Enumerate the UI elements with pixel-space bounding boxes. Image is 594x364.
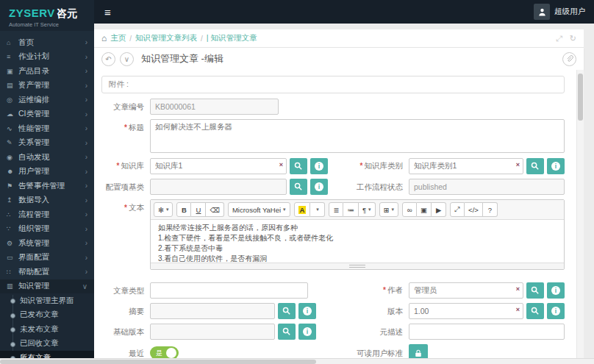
link-button[interactable]: ∞ — [402, 202, 417, 217]
page-header: ↶ ∨ 知识管理文章 -编辑 — [94, 48, 584, 70]
back-button[interactable]: ↶ — [101, 52, 115, 66]
ci-base-label: 配置项基类 — [101, 179, 150, 195]
kb-search-button[interactable] — [290, 158, 307, 174]
submenu-item-label: 未发布文章 — [20, 324, 59, 335]
font-family-dropdown[interactable]: Microsoft YaHei▾ — [228, 202, 290, 217]
search-icon — [282, 327, 291, 336]
unordered-list-button[interactable]: ≣ — [329, 202, 343, 217]
sidebar-item-help-config[interactable]: ∷帮助配置› — [0, 265, 94, 279]
sidebar-item-job-plan[interactable]: ≡作业计划› — [0, 50, 94, 65]
fullscreen-icon[interactable]: ⤢ — [556, 34, 562, 43]
meta-desc-input[interactable] — [409, 324, 565, 340]
clear-format-button[interactable]: ⌫ — [206, 202, 223, 217]
breadcrumb-home[interactable]: 主页 — [110, 33, 126, 43]
editor-resize-bar[interactable] — [151, 263, 564, 269]
clear-icon[interactable]: × — [516, 307, 520, 313]
sidebar-item-relation-mgmt[interactable]: ✎关系管理› — [0, 136, 94, 151]
ci-base-input[interactable] — [150, 179, 287, 195]
required-mark: * — [124, 124, 127, 132]
bold-button[interactable]: B — [176, 202, 191, 217]
title-row: *标题 如何解决连不上服务器 — [101, 119, 565, 153]
vertical-scrollbar-thumb[interactable] — [578, 74, 583, 121]
author-search-button[interactable] — [526, 282, 544, 299]
workflow-status-input — [409, 179, 565, 195]
kb-category-input[interactable] — [409, 158, 523, 174]
base-version-label: 基础版本 — [101, 324, 150, 340]
fullscreen-button[interactable]: ⤢ — [450, 202, 465, 217]
sidebar-item-ci-class-mgmt[interactable]: ☁CI类管理› — [0, 107, 94, 122]
kb-category-search-button[interactable] — [526, 158, 544, 174]
author-input[interactable] — [409, 282, 523, 299]
horizontal-scrollbar-thumb[interactable] — [0, 360, 316, 364]
required-mark: * — [124, 204, 127, 212]
submenu-item-recycled-articles[interactable]: 已回收文章 — [0, 337, 94, 351]
sidebar-item-alarm-event-mgmt[interactable]: ⚑告警事件管理› — [0, 179, 94, 193]
submenu-item-knowledge-main[interactable]: 知识管理主界面 — [0, 293, 94, 308]
ci-base-search-button[interactable] — [290, 179, 307, 195]
sidebar-item-process-mgmt[interactable]: ∴流程管理› — [0, 207, 94, 222]
clear-icon[interactable]: × — [279, 162, 283, 168]
submenu-item-published-articles[interactable]: 已发布文章 — [0, 308, 94, 323]
brand-logo[interactable]: ZYSERV咨元 Automate IT Service — [0, 0, 94, 31]
sidebar-item-auto-discovery[interactable]: ◉自动发现› — [0, 150, 94, 165]
help-button[interactable]: ? — [483, 202, 498, 217]
picture-button[interactable]: ▣ — [417, 202, 432, 217]
submenu-item-unpublished-articles[interactable]: 未发布文章 — [0, 322, 94, 337]
code-view-button[interactable]: </> — [465, 202, 483, 217]
clear-icon[interactable]: × — [516, 286, 520, 293]
sidebar-item-knowledge-mgmt[interactable]: ▥知识管理∨ — [0, 279, 94, 294]
base-version-search-button[interactable] — [278, 324, 296, 340]
underline-button[interactable]: U — [191, 202, 206, 217]
paragraph-dropdown[interactable]: ¶▾ — [359, 202, 376, 217]
attachment-button[interactable] — [562, 52, 576, 66]
ordered-list-button[interactable]: ≔ — [343, 202, 359, 217]
kb-category-info-button[interactable]: i — [547, 158, 565, 174]
table-dropdown[interactable]: ⊞▾ — [379, 202, 398, 217]
breadcrumb-article-list[interactable]: 知识管理文章列表 — [135, 33, 197, 43]
version-input[interactable] — [409, 303, 523, 319]
ci-base-info-button[interactable]: i — [310, 179, 328, 195]
sidebar: ZYSERV咨元 Automate IT Service ⌂首页› ≡作业计划›… — [0, 0, 94, 364]
search-icon — [294, 182, 303, 191]
collapse-button[interactable]: ∨ — [120, 52, 134, 66]
font-color-icon: A — [298, 206, 307, 214]
sidebar-item-org-mgmt[interactable]: ∵组织管理› — [0, 222, 94, 237]
editor-toolbar: ✻▾ B U ⌫ Microsoft YaHei▾ A ▾ ≣ — [151, 200, 564, 220]
sidebar-item-asset-mgmt[interactable]: ▤资产管理› — [0, 79, 94, 93]
sidebar-item-ui-config[interactable]: ▭界面配置› — [0, 251, 94, 265]
kb-info-button[interactable]: i — [310, 158, 328, 174]
sidebar-item-ops-orchestration[interactable]: ◎运维编排› — [0, 93, 94, 107]
font-color-button[interactable]: A — [294, 202, 311, 217]
title-textarea[interactable]: 如何解决连不上服务器 — [150, 119, 565, 153]
author-info-button[interactable]: i — [547, 282, 565, 299]
summary-search-button[interactable] — [278, 303, 296, 319]
sidebar-item-performance-mgmt[interactable]: ∿性能管理› — [0, 121, 94, 136]
user-menu[interactable]: 超级用户 — [534, 4, 585, 20]
sidebar-item-label: 系统管理 — [18, 238, 85, 249]
home-icon[interactable]: ⌂ — [101, 33, 107, 43]
sidebar-item-system-mgmt[interactable]: ⚙系统管理› — [0, 236, 94, 251]
chevron-right-icon: › — [85, 124, 87, 132]
summary-info-button[interactable]: i — [298, 303, 316, 319]
chevron-right-icon: › — [85, 53, 87, 61]
editor-content[interactable]: 如果经常连接不上服务器的话，原因有多种 1.检查下硬件，看看是不是线接触不良，或… — [151, 220, 564, 263]
clear-icon[interactable]: × — [516, 162, 520, 168]
video-button[interactable]: ▶ — [432, 202, 446, 217]
version-info-button[interactable]: i — [547, 303, 565, 319]
font-color-dropdown[interactable]: ▾ — [310, 202, 325, 217]
kb-input[interactable] — [150, 158, 287, 174]
sidebar-item-product-catalog[interactable]: ▣产品目录› — [0, 64, 94, 79]
sidebar-item-user-mgmt[interactable]: ☻用户管理› — [0, 165, 94, 179]
base-version-info-button[interactable]: i — [298, 324, 316, 340]
version-search-button[interactable] — [526, 303, 544, 319]
base-version-input[interactable] — [150, 324, 275, 340]
chevron-right-icon: › — [85, 239, 87, 247]
sidebar-item-home[interactable]: ⌂首页› — [0, 35, 94, 50]
article-type-input[interactable] — [150, 282, 308, 299]
breadcrumb-current[interactable]: | 知识管理文章 — [207, 33, 257, 43]
summary-input[interactable] — [150, 303, 275, 319]
menu-toggle-icon[interactable]: ≡ — [104, 7, 111, 18]
sidebar-item-data-import[interactable]: ↥数据导入› — [0, 193, 94, 208]
style-dropdown-button[interactable]: ✻▾ — [154, 202, 173, 217]
refresh-icon[interactable]: ↻ — [570, 34, 576, 43]
